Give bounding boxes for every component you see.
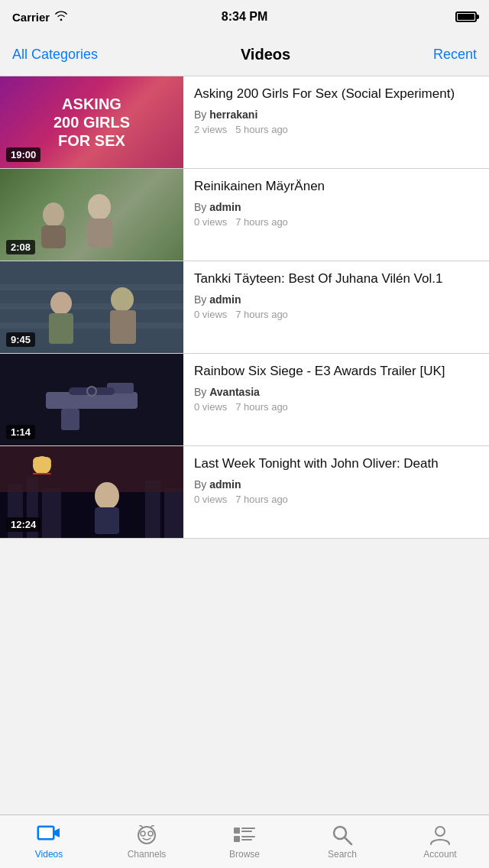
tab-account[interactable]: Account [391,815,489,868]
video-thumbnail: ASKING200 GIRLSFOR SEX 19:00 [0,76,183,168]
battery-icon [455,11,477,22]
svg-rect-42 [234,828,240,834]
wifi-icon [54,11,68,24]
tab-channels-label: Channels [128,849,167,860]
video-duration: 12:24 [6,517,40,532]
svg-point-30 [95,482,119,510]
svg-point-28 [42,457,51,466]
svg-rect-5 [0,284,183,290]
status-bar: Carrier 8:34 PM [0,0,489,34]
video-author: By Avantasia [194,386,478,398]
list-item[interactable]: 12:24 Last Week Tonight with John Oliver… [0,446,489,539]
svg-point-36 [141,831,145,836]
svg-rect-43 [241,828,255,829]
video-duration: 19:00 [6,147,40,162]
svg-rect-15 [61,409,79,430]
svg-point-2 [88,194,111,220]
svg-rect-24 [164,488,183,538]
video-thumbnail: 9:45 [0,261,183,353]
recent-button[interactable]: Recent [433,47,477,63]
tab-videos[interactable]: Videos [0,815,98,868]
videos-icon [37,824,61,846]
video-info: Rainbow Six Siege - E3 Awards Trailer [U… [183,354,489,445]
tab-videos-label: Videos [35,849,63,860]
video-info: Tankki Täyteen: Best Of Juhana Vilén Vol… [183,261,489,353]
video-author: By herrakani [194,108,478,121]
svg-rect-45 [234,836,240,842]
tab-search[interactable]: Search [293,815,391,868]
all-categories-button[interactable]: All Categories [12,47,98,63]
tab-browse[interactable]: Browse [196,815,293,868]
video-author: By admin [194,478,478,491]
video-list: ASKING200 GIRLSFOR SEX 19:00 Asking 200 … [0,76,489,815]
video-thumbnail: 1:14 [0,354,183,445]
video-info: Last Week Tonight with John Oliver: Deat… [183,446,489,538]
tab-browse-label: Browse [229,849,260,860]
svg-rect-29 [33,473,51,474]
video-info: Asking 200 Girls For Sex (Social Experim… [183,76,489,168]
svg-rect-31 [95,507,119,534]
svg-point-0 [43,202,64,227]
list-item[interactable]: 9:45 Tankki Täyteen: Best Of Juhana Vilé… [0,261,489,354]
status-time: 8:34 PM [222,10,267,24]
video-title: Asking 200 Girls For Sex (Social Experim… [194,86,478,102]
video-meta: 0 views 7 hours ago [194,216,478,228]
browse-icon [232,824,257,846]
search-icon [330,824,355,846]
nav-header: All Categories Videos Recent [0,34,489,76]
svg-point-37 [148,831,153,836]
svg-point-27 [33,457,42,466]
list-item[interactable]: ASKING200 GIRLSFOR SEX 19:00 Asking 200 … [0,76,489,169]
video-thumbnail: 12:24 [0,446,183,538]
channels-icon [134,824,159,846]
tab-channels[interactable]: Channels [98,815,196,868]
svg-line-49 [345,837,351,844]
svg-rect-22 [42,488,61,538]
video-duration: 2:08 [6,240,35,254]
carrier-label: Carrier [12,11,68,24]
svg-rect-11 [110,310,136,344]
video-title: Rainbow Six Siege - E3 Awards Trailer [U… [194,363,478,380]
tab-account-label: Account [423,849,456,860]
video-author: By admin [194,201,478,213]
account-icon [428,824,452,846]
video-duration: 1:14 [6,425,35,439]
svg-point-8 [50,292,72,315]
video-meta: 0 views 7 hours ago [194,494,478,505]
tab-bar: Videos Channels [0,815,489,868]
video-meta: 2 views 5 hours ago [194,124,478,135]
svg-rect-6 [0,303,183,309]
video-title: Last Week Tonight with John Oliver: Deat… [194,455,478,472]
svg-rect-47 [241,839,252,840]
svg-rect-3 [87,219,113,248]
page-title: Videos [241,46,290,63]
svg-rect-33 [39,828,53,838]
video-meta: 0 views 7 hours ago [194,309,478,320]
svg-point-50 [436,827,445,836]
video-title: Reinikainen MäyrÄnen [194,178,478,195]
list-item[interactable]: 1:14 Rainbow Six Siege - E3 Awards Trail… [0,354,489,446]
svg-point-10 [111,287,134,312]
svg-rect-44 [241,831,252,832]
svg-rect-9 [49,313,73,344]
video-thumbnail: 2:08 [0,169,183,261]
svg-rect-25 [0,446,183,492]
svg-rect-46 [241,836,255,837]
video-meta: 0 views 7 hours ago [194,401,478,413]
tab-search-label: Search [328,849,357,860]
svg-rect-7 [0,322,183,329]
video-author: By admin [194,293,478,306]
svg-rect-16 [69,387,115,395]
video-info: Reinikainen MäyrÄnen By admin 0 views 7 … [183,169,489,261]
status-right [455,11,477,22]
video-duration: 9:45 [6,332,35,347]
svg-rect-1 [41,225,66,248]
video-title: Tankki Täyteen: Best Of Juhana Vilén Vol… [194,270,478,287]
list-item[interactable]: 2:08 Reinikainen MäyrÄnen By admin 0 vie… [0,169,489,261]
